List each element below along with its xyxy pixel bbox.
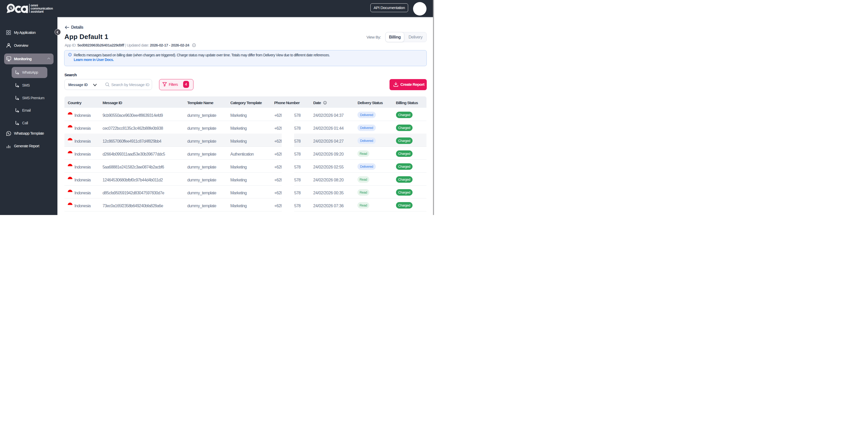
svg-text:assistant: assistant — [31, 10, 44, 13]
